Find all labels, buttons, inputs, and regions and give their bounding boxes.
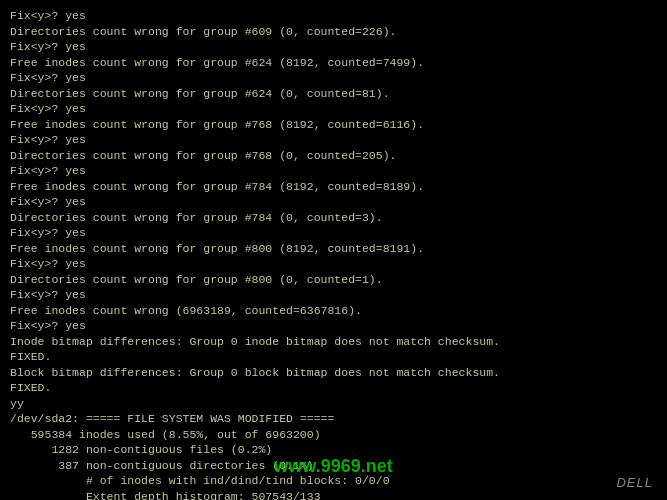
terminal-line: Free inodes count wrong for group #800 (… [10,241,657,257]
terminal-line: Fix<y>? yes [10,194,657,210]
terminal-line: Fix<y>? yes [10,287,657,303]
terminal-line: Directories count wrong for group #768 (… [10,148,657,164]
terminal-line: Block bitmap differences: Group 0 block … [10,365,657,381]
terminal-line: Fix<y>? yes [10,163,657,179]
dell-logo: DELL [616,474,653,492]
terminal-line: Directories count wrong for group #784 (… [10,210,657,226]
terminal-line: Extent depth histogram: 507543/133 [10,489,657,500]
terminal-line: Directories count wrong for group #609 (… [10,24,657,40]
terminal-screen: Fix<y>? yesDirectories count wrong for g… [0,0,667,500]
terminal-line: Free inodes count wrong (6963189, counte… [10,303,657,319]
terminal-line: Directories count wrong for group #624 (… [10,86,657,102]
terminal-line: Fix<y>? yes [10,39,657,55]
terminal-line: FIXED. [10,380,657,396]
terminal-line: Directories count wrong for group #800 (… [10,272,657,288]
terminal-line: yy [10,396,657,412]
terminal-line: Fix<y>? yes [10,132,657,148]
terminal-line: Fix<y>? yes [10,70,657,86]
terminal-line: Free inodes count wrong for group #768 (… [10,117,657,133]
watermark: www.9969.net [274,454,392,478]
terminal-line: Fix<y>? yes [10,8,657,24]
terminal-line: FIXED. [10,349,657,365]
terminal-line: Free inodes count wrong for group #624 (… [10,55,657,71]
terminal-line: Free inodes count wrong for group #784 (… [10,179,657,195]
terminal-line: Fix<y>? yes [10,256,657,272]
terminal-line: Fix<y>? yes [10,318,657,334]
terminal-output: Fix<y>? yesDirectories count wrong for g… [10,8,657,500]
terminal-line: 595384 inodes used (8.55%, out of 696320… [10,427,657,443]
terminal-line: Fix<y>? yes [10,225,657,241]
terminal-line: Inode bitmap differences: Group 0 inode … [10,334,657,350]
terminal-line: /dev/sda2: ===== FILE SYSTEM WAS MODIFIE… [10,411,657,427]
terminal-line: Fix<y>? yes [10,101,657,117]
